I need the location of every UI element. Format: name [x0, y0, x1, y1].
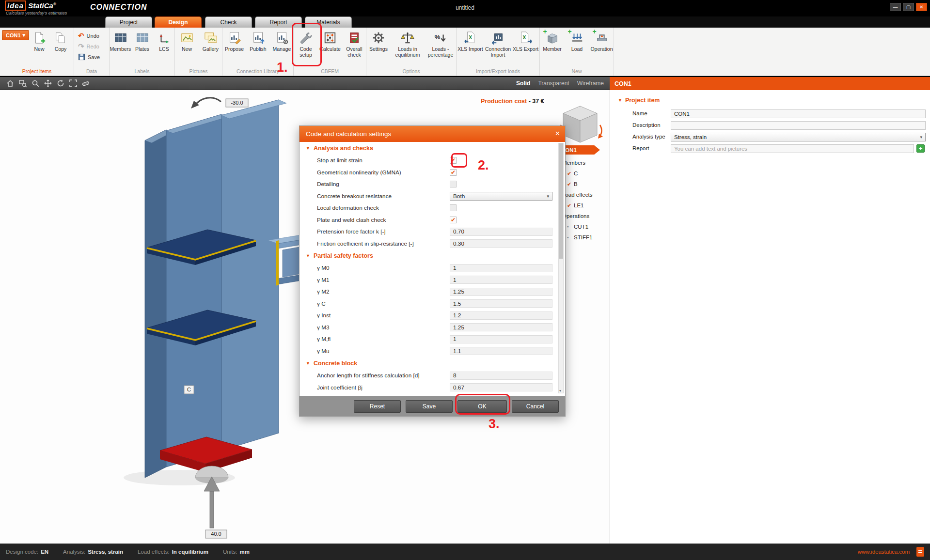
zoom-window-button[interactable]: [16, 78, 29, 89]
copy-button[interactable]: Copy: [50, 30, 71, 52]
mode-transparent[interactable]: Transparent: [538, 80, 569, 87]
minimize-button[interactable]: —: [890, 3, 901, 11]
section-analysis-and-checks[interactable]: ▼Analysis and checks: [299, 142, 565, 155]
section-concrete-block[interactable]: ▼Concrete block: [299, 357, 565, 370]
gamma-m0-input[interactable]: 1: [450, 264, 552, 272]
redo-button[interactable]: ↷ Redo: [78, 42, 99, 51]
undo-button[interactable]: ↶ Undo: [78, 31, 99, 40]
close-button[interactable]: ✕: [916, 3, 927, 11]
rotate-button[interactable]: [54, 78, 67, 89]
ok-button[interactable]: OK: [457, 400, 507, 413]
friction-coefficient-input[interactable]: 0.30: [450, 239, 552, 248]
tab-design[interactable]: Design: [155, 16, 202, 28]
section-partial-safety-factors[interactable]: ▼Partial safety factors: [299, 249, 565, 262]
website-link[interactable]: www.ideastatica.com: [858, 549, 910, 555]
plates-labels-button[interactable]: Plates: [131, 30, 153, 52]
mode-solid[interactable]: Solid: [516, 80, 530, 87]
code-setup-button[interactable]: Code setup: [294, 30, 318, 58]
overall-check-button[interactable]: Overall check: [342, 30, 366, 58]
connection-import-button[interactable]: Connection Import: [484, 30, 512, 58]
xls-export-button[interactable]: X XLS Export: [512, 30, 539, 52]
tree-item-cut1[interactable]: ▪CUT1: [567, 222, 588, 232]
ribbon-group-connection-library: Propose Publish Manage Connection Librar…: [222, 28, 294, 76]
mode-wireframe[interactable]: Wireframe: [577, 80, 604, 87]
loads-in-equilibrium-button[interactable]: Loads in equilibrium: [391, 30, 425, 58]
moment-arrow[interactable]: [191, 98, 221, 109]
new-load-button[interactable]: + Load: [565, 30, 589, 52]
gamma-inst-input[interactable]: 1.2: [450, 311, 552, 320]
tree-item-c[interactable]: ✔C: [567, 169, 578, 178]
new-item-button[interactable]: New: [29, 30, 49, 52]
xls-import-button[interactable]: X XLS Import: [457, 30, 484, 52]
tree-label: C: [574, 171, 578, 176]
dialog-scrollbar[interactable]: ▾: [558, 143, 564, 393]
pretension-factor-input[interactable]: 0.70: [450, 228, 552, 236]
tab-materials[interactable]: Materials: [305, 16, 352, 28]
dialog-close-icon[interactable]: ✕: [555, 130, 560, 137]
plus-icon: +: [593, 28, 597, 35]
add-report-button[interactable]: +: [916, 144, 925, 153]
gamma-c-input[interactable]: 1.5: [450, 299, 552, 308]
gamma-m3-input[interactable]: 1.25: [450, 323, 552, 331]
concrete-breakout-select[interactable]: Both▾: [450, 192, 552, 201]
steel-column[interactable]: [145, 100, 286, 478]
local-deformation-checkbox[interactable]: [450, 204, 457, 211]
row-joint-coefficient: Joint coefficient βj0.67: [299, 382, 565, 394]
detailing-checkbox[interactable]: [450, 181, 457, 187]
gallery-button[interactable]: Gallery: [199, 30, 222, 52]
zoom-button[interactable]: [29, 78, 42, 89]
save-settings-button[interactable]: Save: [406, 400, 453, 413]
reset-button[interactable]: Reset: [354, 400, 401, 413]
cancel-button[interactable]: Cancel: [512, 400, 559, 413]
pan-button[interactable]: [42, 78, 54, 89]
publish-button[interactable]: Publish: [246, 30, 270, 52]
tree-item-le1[interactable]: ✔LE1: [567, 201, 583, 210]
report-field[interactable]: You can add text and pictures: [671, 144, 914, 153]
settings-button[interactable]: Settings: [366, 30, 391, 52]
fit-view-button[interactable]: [67, 78, 79, 89]
stop-at-limit-strain-checkbox[interactable]: ✔: [450, 157, 457, 164]
members-labels-button[interactable]: Members: [110, 30, 131, 52]
connection-import-icon: [490, 30, 506, 46]
maximize-button[interactable]: ▢: [903, 3, 914, 11]
gmna-checkbox[interactable]: ✔: [450, 169, 457, 176]
gamma-m2-input[interactable]: 1.25: [450, 288, 552, 296]
gamma-mu-input[interactable]: 1.1: [450, 347, 552, 355]
status-value: mm: [239, 549, 249, 555]
calculate-button[interactable]: Calculate: [318, 30, 342, 52]
project-item-section-header[interactable]: ▼ Project item: [618, 97, 660, 104]
description-field[interactable]: [671, 121, 926, 130]
lcs-labels-button[interactable]: LCS: [153, 30, 175, 52]
clip-button[interactable]: [79, 78, 92, 89]
tab-report[interactable]: Report: [255, 16, 302, 28]
gamma-mfi-input[interactable]: 1: [450, 335, 552, 343]
gamma-m1-input[interactable]: 1: [450, 276, 552, 284]
manage-button[interactable]: Manage: [270, 30, 294, 52]
production-cost: Production cost - 37 €: [481, 98, 544, 105]
scroll-down-icon[interactable]: ▾: [559, 389, 561, 393]
analysis-type-select[interactable]: Stress, strain ▾: [671, 133, 926, 141]
scrollbar-thumb[interactable]: [559, 143, 563, 259]
new-picture-button[interactable]: New: [175, 30, 199, 52]
tree-item-b[interactable]: ✔B: [567, 179, 578, 189]
plate-weld-clash-checkbox[interactable]: ✔: [450, 217, 457, 223]
dialog-header[interactable]: Code and calculation settings ✕: [299, 126, 565, 142]
group-label: Import/Export loads: [457, 68, 539, 74]
new-member-button[interactable]: + Member: [540, 30, 565, 52]
new-operation-button[interactable]: + Operation: [589, 30, 614, 52]
setting-label: Pretension force factor k [-]: [317, 228, 450, 235]
member-label-c[interactable]: C: [184, 386, 194, 394]
button-label: Load: [571, 47, 583, 52]
anchor-length-input[interactable]: 8: [450, 372, 552, 380]
joint-coefficient-input[interactable]: 0.67: [450, 383, 552, 391]
tree-item-stiff1[interactable]: ▪STIFF1: [567, 233, 592, 242]
tab-project[interactable]: Project: [105, 16, 152, 28]
idea-statica-icon[interactable]: [916, 547, 924, 557]
home-view-button[interactable]: [4, 78, 16, 89]
propose-button[interactable]: Propose: [222, 30, 246, 52]
save-button[interactable]: Save: [78, 52, 100, 62]
name-field[interactable]: CON1: [671, 109, 926, 118]
active-connection-dropdown[interactable]: CON1 ▾: [2, 30, 29, 40]
loads-percentage-button[interactable]: % Loads - percentage: [425, 30, 457, 58]
tab-check[interactable]: Check: [205, 16, 252, 28]
